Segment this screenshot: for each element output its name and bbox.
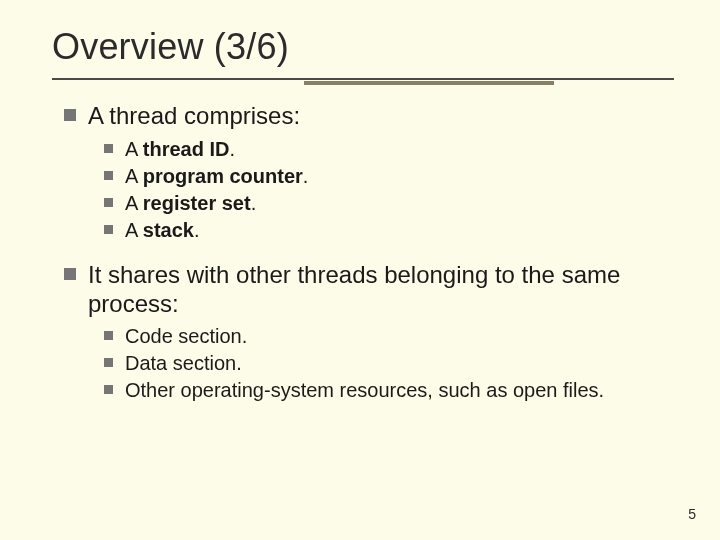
list-item: Other operating-system resources, such a… [104, 378, 666, 403]
page-number: 5 [688, 506, 696, 522]
page-title: Overview (3/6) [52, 26, 674, 68]
sub-bullet-text: Data section. [125, 351, 242, 376]
title-underline-accent [304, 81, 554, 85]
square-bullet-icon [64, 268, 76, 280]
square-bullet-icon [104, 198, 113, 207]
slide-body: A thread comprises: A thread ID. A progr… [52, 102, 674, 403]
sub-list-1: A thread ID. A program counter. A regist… [104, 137, 666, 243]
square-bullet-icon [104, 225, 113, 234]
list-item: A thread ID. [104, 137, 666, 162]
square-bullet-icon [104, 358, 113, 367]
title-underline [52, 74, 674, 88]
bullet-level1: It shares with other threads belonging t… [64, 261, 666, 319]
square-bullet-icon [104, 171, 113, 180]
sub-list-2: Code section. Data section. Other operat… [104, 324, 666, 403]
square-bullet-icon [104, 385, 113, 394]
sub-bullet-text: Code section. [125, 324, 247, 349]
list-item: A register set. [104, 191, 666, 216]
slide: Overview (3/6) A thread comprises: A thr… [0, 0, 720, 540]
square-bullet-icon [64, 109, 76, 121]
list-item: A stack. [104, 218, 666, 243]
sub-bullet-text: A stack. [125, 218, 200, 243]
square-bullet-icon [104, 144, 113, 153]
list-item: A program counter. [104, 164, 666, 189]
sub-bullet-text: A register set. [125, 191, 256, 216]
sub-bullet-text: Other operating-system resources, such a… [125, 378, 604, 403]
sub-bullet-text: A thread ID. [125, 137, 235, 162]
bullet-text: A thread comprises: [88, 102, 300, 131]
square-bullet-icon [104, 331, 113, 340]
list-item: Data section. [104, 351, 666, 376]
title-underline-main [52, 78, 674, 80]
bullet-level1: A thread comprises: [64, 102, 666, 131]
bullet-text: It shares with other threads belonging t… [88, 261, 666, 319]
list-item: Code section. [104, 324, 666, 349]
sub-bullet-text: A program counter. [125, 164, 308, 189]
